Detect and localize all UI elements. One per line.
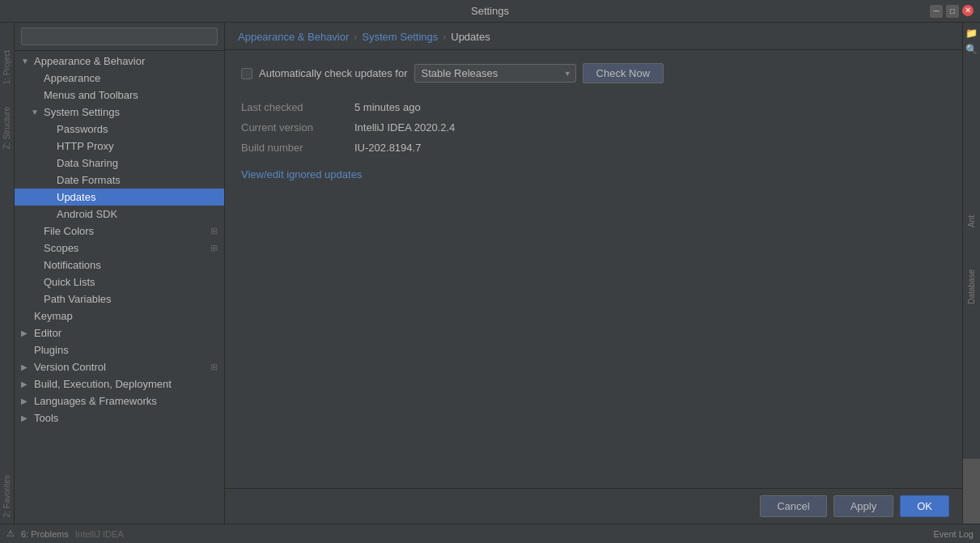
tree-item-quick-lists[interactable]: Quick Lists xyxy=(15,274,224,291)
auto-update-label: Automatically check updates for xyxy=(259,67,408,79)
arrow-icon: ▶ xyxy=(21,363,31,371)
cancel-button[interactable]: Cancel xyxy=(760,495,826,517)
tree-item-android-sdk[interactable]: Android SDK xyxy=(15,206,224,223)
tree-item-updates[interactable]: Updates xyxy=(15,189,224,206)
arrow-icon: ▶ xyxy=(21,414,31,422)
bottom-right: Event Log xyxy=(933,529,974,539)
warning-icon: ⚠ xyxy=(6,528,15,539)
update-info-grid: Last checked 5 minutes ago Current versi… xyxy=(241,100,946,155)
tree-item-version-control[interactable]: ▶ Version Control ⊞ xyxy=(15,358,224,375)
settings-tree: ▼ Appearance & Behavior Appearance Menus… xyxy=(15,23,225,524)
tree-item-notifications[interactable]: Notifications xyxy=(15,257,224,274)
close-button[interactable]: ✕ xyxy=(962,5,974,16)
last-checked-value: 5 minutes ago xyxy=(354,100,946,115)
tree-item-system-settings[interactable]: ▼ System Settings xyxy=(15,104,224,121)
channel-select-wrapper: Stable Releases Early Access Program Bet… xyxy=(414,64,576,83)
file-colors-icon: ⊞ xyxy=(210,226,218,236)
dialog-title: Settings xyxy=(471,5,509,17)
app-name: IntelliJ IDEA xyxy=(75,529,124,539)
breadcrumb-link-1[interactable]: Appearance & Behavior xyxy=(238,31,349,43)
tree-item-data-sharing[interactable]: Data Sharing xyxy=(15,155,224,172)
updates-panel: Automatically check updates for Stable R… xyxy=(225,50,962,488)
breadcrumb-current: Updates xyxy=(451,31,490,43)
current-version-value: IntelliJ IDEA 2020.2.4 xyxy=(354,120,946,135)
scopes-icon: ⊞ xyxy=(210,243,218,253)
bottom-bar: ⚠ 6: Problems IntelliJ IDEA Event Log xyxy=(0,524,980,543)
auto-update-row: Automatically check updates for Stable R… xyxy=(241,63,946,83)
ant-tab[interactable]: Ant xyxy=(965,210,978,232)
tree-section: ▼ Appearance & Behavior Appearance Menus… xyxy=(15,51,224,428)
right-sidebar: 📁 🔍 Ant Database xyxy=(962,23,980,524)
arrow-icon: ▶ xyxy=(21,380,31,388)
favorites-tab-label[interactable]: 2: Favorites xyxy=(1,472,13,520)
maximize-button[interactable]: □ xyxy=(946,5,959,18)
breadcrumb-sep-2: › xyxy=(443,32,446,43)
title-bar: Settings ─ □ ✕ xyxy=(0,0,980,23)
check-now-button[interactable]: Check Now xyxy=(583,63,664,83)
window-controls: ─ □ ✕ xyxy=(930,5,974,18)
tree-item-keymap[interactable]: Keymap xyxy=(15,308,224,325)
last-checked-label: Last checked xyxy=(241,100,354,115)
tree-item-appearance-behavior[interactable]: ▼ Appearance & Behavior xyxy=(15,53,224,70)
tree-item-scopes[interactable]: Scopes ⊞ xyxy=(15,240,224,257)
search-input[interactable] xyxy=(21,28,218,45)
search-icon-button[interactable]: 🔍 xyxy=(964,42,979,57)
tree-item-file-colors[interactable]: File Colors ⊞ xyxy=(15,223,224,240)
folder-icon-button[interactable]: 📁 xyxy=(964,26,979,40)
channel-select[interactable]: Stable Releases Early Access Program Bet… xyxy=(414,64,576,83)
settings-dialog: ▼ Appearance & Behavior Appearance Menus… xyxy=(15,23,962,524)
tree-item-date-formats[interactable]: Date Formats xyxy=(15,172,224,189)
arrow-icon: ▶ xyxy=(21,397,31,405)
breadcrumb-link-2[interactable]: System Settings xyxy=(362,31,438,43)
tree-item-tools[interactable]: ▶ Tools xyxy=(15,409,224,426)
minimize-button[interactable]: ─ xyxy=(930,5,943,18)
structure-tab-label[interactable]: Z: Structure xyxy=(1,104,13,152)
breadcrumb-sep-1: › xyxy=(354,32,357,43)
vc-icon: ⊞ xyxy=(210,362,218,372)
tree-item-build-execution[interactable]: ▶ Build, Execution, Deployment xyxy=(15,375,224,392)
auto-update-checkbox[interactable] xyxy=(241,68,252,79)
tree-item-path-variables[interactable]: Path Variables xyxy=(15,291,224,308)
tree-item-appearance[interactable]: Appearance xyxy=(15,70,224,87)
arrow-icon: ▼ xyxy=(21,57,31,66)
tree-item-menus-toolbars[interactable]: Menus and Toolbars xyxy=(15,87,224,104)
project-tab-label[interactable]: 1: Project xyxy=(1,47,13,87)
arrow-icon: ▶ xyxy=(21,329,31,337)
event-log-button[interactable]: Event Log xyxy=(933,529,974,539)
database-tab[interactable]: Database xyxy=(965,265,978,309)
ok-button[interactable]: OK xyxy=(900,495,949,517)
breadcrumb: Appearance & Behavior › System Settings … xyxy=(225,23,962,50)
dialog-buttons: Cancel Apply OK xyxy=(225,488,962,524)
bottom-status[interactable]: 6: Problems xyxy=(21,529,69,539)
search-box xyxy=(15,23,224,51)
apply-button[interactable]: Apply xyxy=(834,495,894,517)
build-number-label: Build number xyxy=(241,140,354,155)
tree-item-plugins[interactable]: Plugins xyxy=(15,341,224,358)
tree-item-passwords[interactable]: Passwords xyxy=(15,121,224,138)
tree-item-languages-frameworks[interactable]: ▶ Languages & Frameworks xyxy=(15,392,224,409)
view-ignored-link[interactable]: View/edit ignored updates xyxy=(241,168,362,180)
arrow-icon: ▼ xyxy=(31,108,40,117)
build-number-value: IU-202.8194.7 xyxy=(354,140,946,155)
tree-item-editor[interactable]: ▶ Editor xyxy=(15,325,224,341)
left-panel: 1: Project Z: Structure 2: Favorites xyxy=(0,23,15,524)
current-version-label: Current version xyxy=(241,120,354,135)
settings-content: Appearance & Behavior › System Settings … xyxy=(225,23,962,524)
tree-item-http-proxy[interactable]: HTTP Proxy xyxy=(15,138,224,155)
